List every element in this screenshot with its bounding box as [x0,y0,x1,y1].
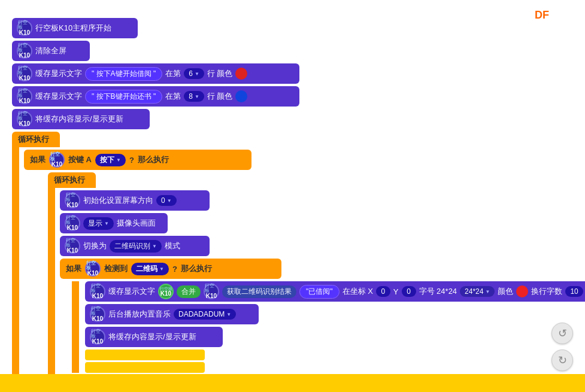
main-start-label: 行空板K10主程序开始 [35,23,111,34]
if-1-label: 如果 [30,154,46,165]
inner-loop-body: 行空板 K10 初始化设置屏幕方向 0 行空板 [48,188,585,377]
question-1: ? [129,156,134,165]
k10-badge-14: 行空板 K10 [90,329,105,345]
outer-loop-header: 循环执行 [12,132,60,147]
block-show-camera[interactable]: 行空板 K10 显示 摄像头画面 [60,213,168,233]
k10-badge-3: 行空板 K10 [17,66,32,81]
in-row-label-2: 在第 [165,91,181,102]
merge-badge: 行空板 K10 [158,284,174,299]
color-red-1[interactable] [235,68,247,80]
cache-display-3-label: 缓存显示文字 [108,286,155,297]
key-a-label: 按键 A [68,154,92,165]
press-dropdown[interactable]: 按下 [95,154,126,166]
k10-badge-1: 行空板 K10 [17,20,32,36]
k10-badge-6: 行空板 K10 [49,152,65,168]
color-red-2[interactable] [516,285,528,297]
y-label: Y [393,287,399,296]
music-dropdown[interactable]: DADADADUM [174,309,236,320]
if-2-body: 行空板 K10 缓存显示文字 行空板 K10 [72,281,585,373]
string-pill-2[interactable]: " 按下B键开始还书 " [85,90,162,104]
main-area: DF 行空板 K10 行空板K10主程序开始 行空板 K10 清除全屏 [0,0,585,392]
color-label-3: 颜色 [498,286,513,297]
update-display-1-label: 将缓存内容显示/显示更新 [35,114,123,124]
k10-badge-13: 行空板 K10 [90,306,105,322]
play-music-label: 后台播放内置音乐 [108,309,171,320]
direction-dropdown[interactable]: 0 [156,195,177,206]
row-dropdown-2[interactable]: 8 [184,91,204,102]
k10-badge-8: 行空板 K10 [65,215,80,231]
font-size-label: 字号 24*24 [419,286,457,297]
y-input[interactable]: 0 [402,286,416,297]
k10-badge-4: 行空板 K10 [17,89,32,104]
block-cache-display-3[interactable]: 行空板 K10 缓存显示文字 行空板 K10 [85,281,585,302]
yellow-footer [0,374,585,392]
cache-display-1-label: 缓存显示文字 [35,68,82,79]
then-2-label: 那么执行 [181,263,212,274]
color-blue-1[interactable] [235,90,247,102]
k10-badge-12: 行空板 K10 [204,284,219,299]
inner-loop: 循环执行 行空板 K10 初始化设置屏幕方向 0 [48,172,585,377]
qr-dropdown[interactable]: 二维码识别 [110,240,162,253]
if-block-1-header[interactable]: 如果 行空板 K10 按键 A 按下 ? 那么执行 [24,150,251,170]
block-update-display-2[interactable]: 行空板 K10 将缓存内容显示/显示更新 [85,327,223,347]
wrap-count-label: 换行字数 [531,286,562,297]
yellow-tab-1 [85,350,205,360]
outer-loop-body: 如果 行空板 K10 按键 A 按下 ? 那么执行 循环执行 [12,147,585,382]
camera-label: 摄像头画面 [117,218,156,229]
blocks-area: 行空板 K10 行空板K10主程序开始 行空板 K10 清除全屏 行空板 K10 [12,18,585,384]
cache-display-2-label: 缓存显示文字 [35,91,82,102]
k10-badge-7: 行空板 K10 [65,193,80,208]
block-play-music[interactable]: 行空板 K10 后台播放内置音乐 DADADADUM [85,304,259,324]
string-pill-1[interactable]: " 按下A键开始借阅 " [85,67,162,81]
update-display-2-label: 将缓存内容显示/显示更新 [108,332,196,342]
show-dropdown[interactable]: 显示 [83,217,114,230]
redo-icon: ↻ [558,354,567,367]
k10-badge-9: 行空板 K10 [65,238,80,254]
detect-label: 检测到 [104,263,128,274]
undo-icon: ↺ [558,327,567,340]
wrap-input[interactable]: 10 [565,286,583,297]
block-init-screen[interactable]: 行空板 K10 初始化设置屏幕方向 0 [60,190,210,211]
get-qr-label[interactable]: 获取二维码识别结果 [222,285,296,298]
string-pill-3[interactable]: "已借阅" [299,285,340,299]
then-1-label: 那么执行 [138,154,169,165]
block-cache-display-1[interactable]: 行空板 K10 缓存显示文字 " 按下A键开始借阅 " 在第 6 行 颜色 [12,63,299,84]
if-2-label: 如果 [66,263,81,274]
clear-screen-label: 清除全屏 [35,45,66,56]
merge-label[interactable]: 合并 [177,285,201,298]
in-row-label-1: 在第 [165,68,181,79]
at-x-label: 在坐标 X [342,286,373,297]
if-block-2-header[interactable]: 如果 行空板 K10 检测到 二维码 ? 那么执行 [60,259,281,279]
undo-button[interactable]: ↺ [551,323,573,344]
mode-label: 模式 [165,241,180,251]
block-update-display-1[interactable]: 行空板 K10 将缓存内容显示/显示更新 [12,109,150,129]
x-input[interactable]: 0 [376,286,390,297]
k10-badge-2: 行空板 K10 [17,43,32,59]
block-clear-screen[interactable]: 行空板 K10 清除全屏 [12,41,90,61]
row-color-label-1: 行 颜色 [207,68,233,79]
k10-badge-5: 行空板 K10 [17,111,32,127]
block-cache-display-2[interactable]: 行空板 K10 缓存显示文字 " 按下B键开始还书 " 在第 8 行 颜色 [12,86,299,107]
switch-label: 切换为 [83,241,107,251]
k10-badge-10: 行空板 K10 [85,261,101,276]
init-screen-label: 初始化设置屏幕方向 [83,195,153,206]
yellow-tab-2 [85,362,205,373]
font-dropdown[interactable]: 24*24 [460,286,495,297]
outer-loop: 循环执行 如果 行空板 K10 按键 A 按下 ? 那么执行 [12,132,585,382]
redo-button[interactable]: ↻ [551,350,573,371]
qr-code-dropdown[interactable]: 二维码 [131,263,169,275]
row-color-label-2: 行 颜色 [207,91,233,102]
row-dropdown-1[interactable]: 6 [184,68,204,79]
inner-loop-header: 循环执行 [48,172,96,188]
block-main-start[interactable]: 行空板 K10 行空板K10主程序开始 [12,18,138,38]
question-2: ? [172,265,177,274]
block-switch-qr[interactable]: 行空板 K10 切换为 二维码识别 模式 [60,236,210,256]
k10-badge-11: 行空板 K10 [90,284,105,299]
